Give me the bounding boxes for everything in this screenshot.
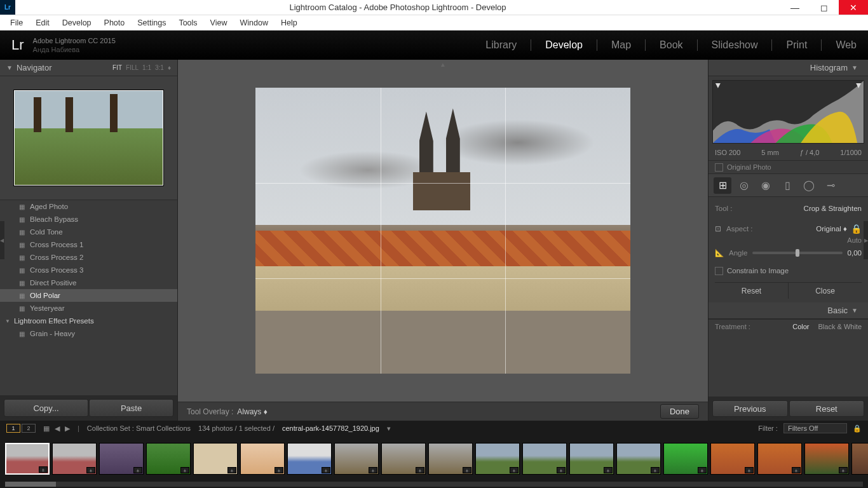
auto-button[interactable]: Auto [715, 236, 862, 244]
nav-back-icon[interactable]: ◀ [55, 424, 60, 433]
preset-item[interactable]: Cross Process 3 [0, 264, 177, 276]
zoom-fill[interactable]: FILL [126, 64, 139, 71]
menu-photo[interactable]: Photo [98, 15, 132, 30]
module-develop[interactable]: Develop [545, 39, 583, 51]
filmstrip-thumb[interactable]: ± [804, 443, 849, 475]
adjustment-brush-icon[interactable]: ⊸ [822, 177, 839, 194]
filmstrip-thumb[interactable]: ± [240, 443, 285, 475]
filmstrip-thumb[interactable]: ± [616, 443, 661, 475]
filmstrip-thumb[interactable]: ± [52, 443, 97, 475]
treatment-color[interactable]: Color [792, 323, 809, 330]
angle-value[interactable]: 0,00 [848, 249, 862, 257]
filmstrip-thumb[interactable]: ± [757, 443, 802, 475]
basic-panel-header[interactable]: Basic ▼ [709, 302, 868, 319]
menu-window[interactable]: Window [233, 15, 274, 30]
module-print[interactable]: Print [786, 39, 807, 51]
filmstrip-thumb[interactable]: ± [428, 443, 473, 475]
menu-view[interactable]: View [204, 15, 234, 30]
module-map[interactable]: Map [611, 39, 631, 51]
menu-develop[interactable]: Develop [56, 15, 98, 30]
paste-button[interactable]: Paste [89, 399, 173, 417]
display-1[interactable]: 1 [6, 424, 20, 433]
angle-slider[interactable] [752, 252, 842, 254]
filmstrip-thumb[interactable]: ± [5, 443, 50, 475]
aspect-dropdown[interactable]: Original ♦ [816, 225, 847, 233]
preset-item[interactable]: Yesteryear [0, 302, 177, 315]
copy-button[interactable]: Copy... [4, 399, 88, 417]
crop-overlay[interactable] [255, 88, 630, 374]
crop-tool-icon[interactable]: ⊞ [714, 177, 731, 194]
menu-settings[interactable]: Settings [131, 15, 172, 30]
filmstrip-thumb[interactable]: ± [146, 443, 191, 475]
preset-item[interactable]: Grain - Heavy [0, 327, 177, 340]
filter-dropdown[interactable] [783, 423, 847, 433]
navigator-header[interactable]: ▼ Navigator FIT FILL 1:1 3:1 ♦ [0, 60, 177, 76]
minimize-button[interactable]: — [780, 0, 810, 15]
zoom-fit[interactable]: FIT [112, 64, 122, 71]
treatment-bw[interactable]: Black & White [818, 323, 862, 330]
tool-overlay-dropdown[interactable]: Always ♦ [237, 407, 267, 416]
filmstrip-thumb[interactable]: ± [99, 443, 144, 475]
reset-button[interactable]: Reset [789, 400, 865, 417]
crop-handle-br[interactable] [623, 367, 630, 374]
filmstrip-thumb[interactable]: ± [381, 443, 426, 475]
menu-tools[interactable]: Tools [172, 15, 203, 30]
angle-icon[interactable]: 📐 [715, 248, 724, 257]
previous-button[interactable]: Previous [712, 400, 788, 417]
preset-item[interactable]: Direct Positive [0, 276, 177, 289]
filmstrip-scrollbar[interactable] [0, 482, 868, 488]
collection-path[interactable]: Collection Set : Smart Collections [87, 424, 191, 432]
preset-item[interactable]: Aged Photo [0, 200, 177, 213]
preset-group[interactable]: Lightroom Effect Presets [0, 315, 177, 327]
current-filename[interactable]: central-park-1457782_1920.jpg [282, 424, 379, 432]
filmstrip-thumb[interactable]: ± [710, 443, 755, 475]
spot-removal-icon[interactable]: ◎ [735, 177, 753, 194]
preset-item[interactable]: Bleach Bypass [0, 213, 177, 226]
lock-icon[interactable]: 🔒 [851, 224, 862, 234]
preset-item[interactable]: Cross Process 1 [0, 238, 177, 251]
module-library[interactable]: Library [485, 39, 517, 51]
zoom-more-icon[interactable]: ♦ [168, 64, 171, 71]
filter-lock-icon[interactable]: 🔒 [853, 424, 862, 432]
graduated-filter-icon[interactable]: ▯ [778, 177, 796, 194]
identity-plate[interactable]: Adobe Lightroom CC 2015 Анда Набиева [33, 36, 116, 55]
scrollbar-thumb[interactable] [5, 482, 56, 487]
menu-edit[interactable]: Edit [29, 15, 56, 30]
zoom-3-1[interactable]: 3:1 [155, 64, 164, 71]
navigator-preview[interactable] [0, 76, 177, 200]
menu-help[interactable]: Help [275, 15, 304, 30]
canvas-area[interactable] [178, 60, 708, 402]
radial-filter-icon[interactable]: ◯ [800, 177, 818, 194]
filmstrip-thumb[interactable]: ± [569, 443, 614, 475]
module-web[interactable]: Web [836, 39, 857, 51]
filmstrip-thumb[interactable]: ± [522, 443, 567, 475]
filmstrip-thumb[interactable]: ± [334, 443, 379, 475]
crop-handle-bl[interactable] [255, 367, 262, 374]
grid-view-icon[interactable]: ▦ [43, 424, 50, 433]
preset-item[interactable]: Cross Process 2 [0, 251, 177, 264]
histogram-header[interactable]: Histogram ▼ [709, 60, 868, 76]
tool-reset-button[interactable]: Reset [715, 283, 788, 299]
redeye-tool-icon[interactable]: ◉ [757, 177, 775, 194]
close-button[interactable]: ✕ [839, 0, 868, 15]
photo-preview[interactable] [255, 88, 630, 374]
constrain-checkbox[interactable]: Constrain to Image [715, 263, 862, 278]
filmstrip-thumb[interactable]: ± [193, 443, 238, 475]
maximize-button[interactable]: ◻ [810, 0, 839, 15]
done-button[interactable]: Done [660, 404, 699, 419]
preset-item[interactable]: Cold Tone [0, 226, 177, 238]
preset-item-selected[interactable]: Old Polar [0, 289, 177, 302]
display-2[interactable]: 2 [22, 424, 36, 433]
filmstrip-thumb[interactable]: ± [287, 443, 332, 475]
module-book[interactable]: Book [660, 39, 682, 51]
filmstrip-thumb[interactable] [851, 443, 868, 475]
filmstrip[interactable]: ± ± ± ± ± ± ± ± ± ± ± ± ± ± ± ± ± ± [0, 436, 868, 482]
filmstrip-thumb[interactable]: ± [663, 443, 708, 475]
tool-close-button[interactable]: Close [788, 283, 862, 299]
histogram-display[interactable] [712, 80, 864, 144]
menu-file[interactable]: File [4, 15, 29, 30]
right-panel-collapse-icon[interactable]: ▶ [864, 221, 868, 259]
module-slideshow[interactable]: Slideshow [712, 39, 758, 51]
crop-handle-tr[interactable] [623, 88, 630, 95]
zoom-1-1[interactable]: 1:1 [142, 64, 151, 71]
